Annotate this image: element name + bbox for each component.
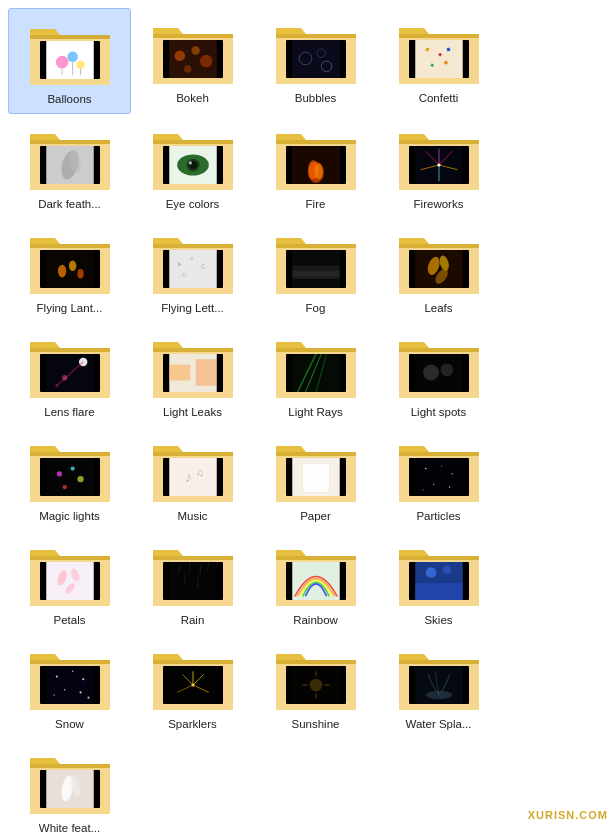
- svg-point-104: [440, 364, 453, 377]
- svg-rect-75: [292, 271, 340, 279]
- svg-point-63: [77, 269, 83, 279]
- svg-point-4: [67, 52, 78, 63]
- folder-item-eye_colors[interactable]: Eye colors: [131, 114, 254, 218]
- svg-point-41: [188, 161, 191, 164]
- svg-point-61: [57, 265, 65, 278]
- svg-point-126: [441, 465, 442, 466]
- folder-item-sunshine[interactable]: Sunshine: [254, 634, 377, 738]
- svg-point-125: [425, 468, 427, 470]
- folder-label-bubbles: Bubbles: [295, 92, 337, 104]
- folder-label-lens_flare: Lens flare: [44, 406, 95, 418]
- folder-icon-paper: [271, 434, 361, 506]
- folder-icon-fireworks: [394, 122, 484, 194]
- svg-point-62: [68, 261, 75, 272]
- folder-item-rainbow[interactable]: Rainbow: [254, 530, 377, 634]
- folder-label-magic_lights: Magic lights: [39, 510, 100, 522]
- folder-item-fireworks[interactable]: Fireworks: [377, 114, 500, 218]
- folder-label-petals: Petals: [54, 614, 86, 626]
- folder-icon-lens_flare: [25, 330, 115, 402]
- folder-icon-fire: [271, 122, 361, 194]
- svg-rect-102: [415, 354, 463, 392]
- folder-icon-water_splash: [394, 642, 484, 714]
- folder-item-skies[interactable]: Skies: [377, 530, 500, 634]
- svg-point-127: [451, 473, 453, 475]
- folder-icon-flying_letters: A B C D: [148, 226, 238, 298]
- svg-point-153: [425, 567, 436, 578]
- svg-point-162: [79, 691, 81, 693]
- svg-point-108: [56, 471, 61, 476]
- folder-item-petals[interactable]: Petals: [8, 530, 131, 634]
- folder-icon-balloons: [25, 17, 115, 89]
- folder-item-snow[interactable]: Snow: [8, 634, 131, 738]
- folder-label-balloons: Balloons: [47, 93, 91, 105]
- svg-point-158: [55, 676, 57, 678]
- folder-label-bokeh: Bokeh: [176, 92, 209, 104]
- folder-label-particles: Particles: [416, 510, 460, 522]
- folder-icon-leafs: [394, 226, 484, 298]
- folder-icon-eye_colors: [148, 122, 238, 194]
- folder-icon-confetti: [394, 16, 484, 88]
- folder-icon-flying_lanterns: [25, 226, 115, 298]
- folder-item-fire[interactable]: Fire: [254, 114, 377, 218]
- folder-label-light_leaks: Light Leaks: [163, 406, 222, 418]
- svg-point-110: [77, 476, 83, 482]
- svg-rect-24: [415, 40, 463, 78]
- folder-grid: Balloons Bokeh Bubbles: [0, 0, 616, 839]
- folder-item-white_feathers[interactable]: White feat...: [8, 738, 131, 839]
- svg-text:♫: ♫: [195, 466, 203, 478]
- folder-item-dark_feathers[interactable]: Dark feath...: [8, 114, 131, 218]
- folder-item-water_splash[interactable]: Water Spla...: [377, 634, 500, 738]
- folder-item-bubbles[interactable]: Bubbles: [254, 8, 377, 114]
- folder-item-rain[interactable]: Rain: [131, 530, 254, 634]
- folder-item-music[interactable]: ♪ ♫ Music: [131, 426, 254, 530]
- svg-point-14: [199, 55, 212, 68]
- svg-rect-93: [195, 359, 216, 385]
- folder-label-rain: Rain: [181, 614, 205, 626]
- folder-label-music: Music: [177, 510, 207, 522]
- svg-point-154: [442, 566, 450, 574]
- folder-item-light_leaks[interactable]: Light Leaks: [131, 322, 254, 426]
- folder-label-leafs: Leafs: [424, 302, 452, 314]
- svg-point-177: [309, 679, 322, 692]
- folder-label-water_splash: Water Spla...: [405, 718, 471, 730]
- svg-point-173: [191, 683, 194, 686]
- svg-rect-66: [169, 250, 217, 288]
- svg-point-163: [53, 694, 55, 696]
- svg-point-111: [62, 485, 66, 489]
- svg-rect-133: [46, 562, 94, 600]
- folder-item-light_spots[interactable]: Light spots: [377, 322, 500, 426]
- folder-icon-white_feathers: [25, 746, 115, 818]
- folder-item-sparklers[interactable]: Sparklers: [131, 634, 254, 738]
- folder-icon-magic_lights: [25, 434, 115, 506]
- folder-item-confetti[interactable]: Confetti: [377, 8, 500, 114]
- folder-icon-music: ♪ ♫: [148, 434, 238, 506]
- svg-rect-121: [305, 466, 326, 490]
- folder-item-leafs[interactable]: Leafs: [377, 218, 500, 322]
- folder-icon-light_spots: [394, 330, 484, 402]
- folder-item-balloons[interactable]: Balloons: [8, 8, 131, 114]
- svg-text:C: C: [200, 263, 205, 270]
- folder-item-magic_lights[interactable]: Magic lights: [8, 426, 131, 530]
- folder-label-confetti: Confetti: [419, 92, 459, 104]
- folder-item-fog[interactable]: Fog: [254, 218, 377, 322]
- folder-icon-light_rays: [271, 330, 361, 402]
- svg-point-15: [184, 65, 191, 72]
- folder-item-flying_letters[interactable]: A B C D Flying Lett...: [131, 218, 254, 322]
- svg-point-103: [423, 365, 439, 381]
- folder-item-flying_lanterns[interactable]: Flying Lant...: [8, 218, 131, 322]
- folder-item-paper[interactable]: Paper: [254, 426, 377, 530]
- svg-point-130: [422, 489, 423, 490]
- svg-rect-139: [169, 562, 217, 600]
- svg-point-47: [314, 163, 322, 179]
- svg-rect-107: [46, 458, 94, 496]
- folder-item-light_rays[interactable]: Light Rays: [254, 322, 377, 426]
- folder-item-lens_flare[interactable]: Lens flare: [8, 322, 131, 426]
- folder-label-fireworks: Fireworks: [414, 198, 464, 210]
- folder-icon-dark_feathers: [25, 122, 115, 194]
- svg-point-160: [82, 678, 84, 680]
- folder-item-bokeh[interactable]: Bokeh: [131, 8, 254, 114]
- folder-item-particles[interactable]: Particles: [377, 426, 500, 530]
- svg-point-87: [62, 375, 67, 380]
- svg-rect-114: [169, 458, 217, 496]
- svg-point-129: [448, 486, 450, 488]
